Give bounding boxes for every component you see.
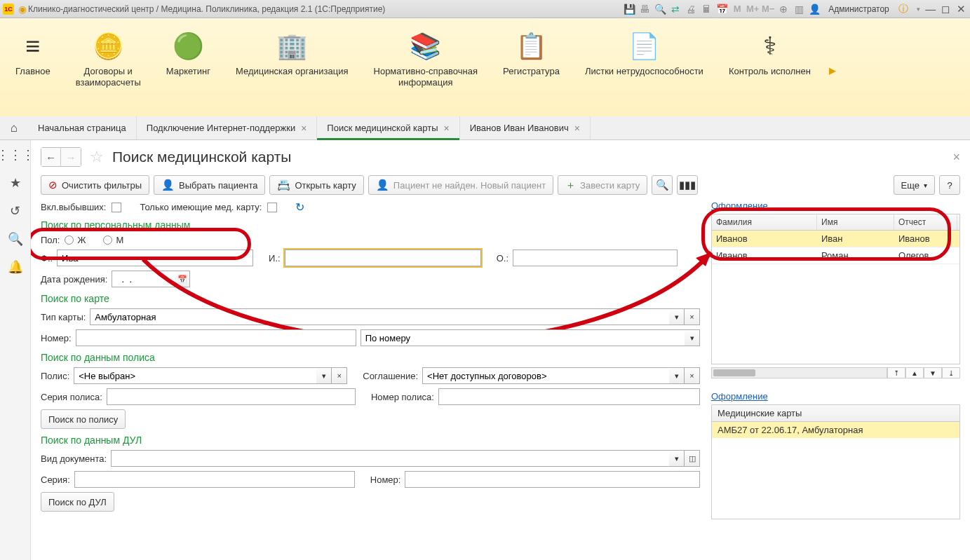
h-scrollbar[interactable]	[711, 367, 887, 378]
dul-series-input[interactable]	[74, 471, 355, 488]
dropdown-icon[interactable]: ▾	[669, 367, 685, 384]
refresh-icon[interactable]: ↻	[295, 200, 304, 214]
calendar-picker-icon[interactable]: 📅	[175, 271, 190, 287]
section-medical-org[interactable]: 🏢Медицинская организация	[223, 24, 361, 77]
dropdown-icon[interactable]: ▾	[669, 450, 685, 467]
dropdown-icon[interactable]: ▾	[316, 367, 332, 384]
select-patient-button[interactable]: 👤Выбрать пациента	[154, 175, 265, 195]
star-icon[interactable]: ★	[10, 175, 21, 191]
oformlenie-link-2[interactable]: Оформление	[711, 391, 768, 402]
table-row[interactable]: Иванов Роман Олегов	[712, 247, 959, 264]
agreement-input[interactable]	[422, 367, 669, 384]
gender-male-radio[interactable]	[103, 235, 112, 245]
nav-forward-button[interactable]: →	[61, 148, 81, 166]
oformlenie-link[interactable]: Оформление	[711, 200, 768, 211]
preview-icon[interactable]: 🔍	[654, 4, 666, 15]
panels-icon[interactable]: ▥	[793, 4, 804, 15]
compare-icon[interactable]: ⇄	[670, 4, 681, 15]
firstname-input[interactable]	[285, 250, 481, 266]
section-sick-leave[interactable]: 📄Листки нетрудоспособности	[572, 24, 716, 77]
surname-input[interactable]	[57, 250, 253, 266]
incl-left-checkbox[interactable]	[112, 203, 121, 212]
card-number-input[interactable]	[76, 329, 356, 346]
dul-number-input[interactable]	[405, 471, 700, 488]
search-by-policy-button[interactable]: Поиск по полису	[41, 409, 126, 429]
policy-input[interactable]	[74, 367, 316, 384]
open-card-button[interactable]: 📇Открыть карту	[269, 175, 363, 195]
ribbon-more-icon[interactable]: ▸	[823, 62, 842, 78]
col-name[interactable]: Имя	[817, 214, 894, 230]
help-button[interactable]: ?	[939, 175, 960, 195]
dob-input[interactable]	[112, 271, 175, 287]
card-type-input[interactable]	[90, 308, 669, 325]
scroll-top-icon[interactable]: ⤒	[887, 367, 905, 378]
patronymic-input[interactable]	[513, 250, 678, 266]
tab-search-card[interactable]: Поиск медицинской карты×	[317, 116, 459, 139]
policy-series-input[interactable]	[107, 388, 356, 405]
expand-icon[interactable]: ◫	[685, 450, 700, 467]
close-window-icon[interactable]: ✕	[955, 3, 967, 15]
section-registry[interactable]: 📋Регистратура	[490, 24, 572, 77]
section-main[interactable]: ≡Главное	[3, 24, 63, 77]
section-control[interactable]: ⚕Контроль исполнен	[716, 24, 823, 77]
tab-close-icon[interactable]: ×	[301, 123, 307, 134]
dropdown-icon[interactable]: ▾	[685, 329, 700, 346]
scroll-up-icon[interactable]: ▲	[905, 367, 924, 378]
m-plus-icon[interactable]: M+	[747, 4, 758, 15]
gender-female-radio[interactable]	[65, 235, 74, 245]
info-icon[interactable]: ⓘ	[898, 4, 909, 15]
tab-close-icon[interactable]: ×	[443, 123, 449, 134]
card-icon: 📇	[277, 179, 290, 191]
by-number-select[interactable]	[361, 329, 685, 346]
tab-internet-support[interactable]: Подключение Интернет-поддержки×	[137, 116, 318, 139]
scroll-bottom-icon[interactable]: ⤓	[942, 367, 960, 378]
has-card-checkbox[interactable]	[267, 203, 277, 212]
scroll-thumb[interactable]	[713, 369, 755, 376]
page-close-icon[interactable]: ×	[952, 150, 960, 165]
scroll-down-icon[interactable]: ▼	[924, 367, 942, 378]
info-drop-icon[interactable]: ▾	[913, 4, 924, 15]
barcode-button[interactable]: ▮▮▮	[677, 175, 698, 195]
print-icon[interactable]: 🖶	[639, 4, 650, 15]
home-icon[interactable]: ⌂	[0, 116, 28, 139]
history-icon[interactable]: ↺	[10, 203, 20, 219]
zoom-icon[interactable]: ⊕	[778, 4, 789, 15]
clear-icon[interactable]: ×	[685, 367, 700, 384]
more-button[interactable]: Еще ▾	[894, 175, 935, 195]
clear-icon[interactable]: ×	[685, 308, 700, 325]
dropdown-icon[interactable]: ◉	[17, 4, 28, 15]
col-patronymic[interactable]: Отчест	[894, 214, 957, 230]
section-marketing[interactable]: 🟢Маркетинг	[154, 24, 223, 77]
favorite-icon[interactable]: ☆	[90, 148, 104, 166]
dul-doc-type-input[interactable]	[111, 450, 669, 467]
maximize-icon[interactable]: ◻	[939, 3, 952, 15]
new-card-button[interactable]: ＋Завести карту	[558, 175, 647, 195]
policy-number-input[interactable]	[438, 388, 700, 405]
patient-not-found-button[interactable]: 👤Пациент не найден. Новый пациент	[368, 175, 553, 195]
search-rail-icon[interactable]: 🔍	[8, 231, 23, 247]
tab-close-icon[interactable]: ×	[574, 123, 580, 134]
clear-filters-button[interactable]: ⊘Очистить фильтры	[41, 175, 149, 195]
m-icon[interactable]: M	[732, 4, 743, 15]
calendar-icon[interactable]: 📅	[716, 4, 727, 15]
search-by-dul-button[interactable]: Поиск по ДУЛ	[41, 492, 114, 512]
calc-icon[interactable]: 🖩	[701, 4, 712, 15]
m-minus-icon[interactable]: M−	[762, 4, 774, 15]
print2-icon[interactable]: 🖨	[685, 4, 696, 15]
section-reference[interactable]: 📚Нормативно-справочная информация	[361, 24, 491, 88]
save-icon[interactable]: 💾	[624, 4, 635, 15]
card-row[interactable]: АМБ27 от 22.06.17, Амбулаторная	[712, 422, 959, 438]
table-row[interactable]: Иванов Иван Иванов	[712, 231, 959, 247]
tab-start-page[interactable]: Начальная страница	[28, 116, 137, 139]
apps-icon[interactable]: ⋮⋮⋮	[0, 147, 34, 163]
minimize-icon[interactable]: —	[924, 3, 937, 15]
tab-patient[interactable]: Иванов Иван Иванович×	[460, 116, 591, 139]
cards-header: Медицинские карты	[711, 404, 960, 421]
search-button[interactable]: 🔍	[652, 175, 673, 195]
col-surname[interactable]: Фамилия	[712, 214, 817, 230]
bell-icon[interactable]: 🔔	[8, 259, 23, 275]
dropdown-icon[interactable]: ▾	[669, 308, 685, 325]
clear-icon[interactable]: ×	[332, 367, 347, 384]
nav-back-button[interactable]: ←	[41, 148, 61, 166]
section-contracts[interactable]: 🪙Договоры и взаиморасчеты	[63, 24, 154, 88]
